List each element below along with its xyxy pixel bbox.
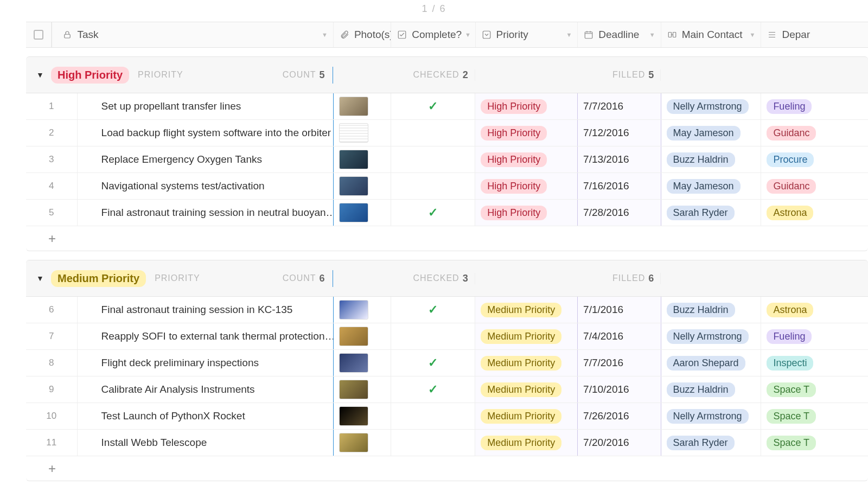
group-toggle[interactable]: ▼ xyxy=(29,274,51,283)
photo-cell[interactable] xyxy=(334,146,391,173)
contact-cell[interactable]: Sarah Ryder xyxy=(661,200,762,226)
department-cell[interactable]: Procure xyxy=(761,146,868,173)
priority-cell[interactable]: Medium Priority xyxy=(475,403,578,429)
photo-cell[interactable] xyxy=(334,200,391,226)
contact-cell[interactable]: Nelly Armstrong xyxy=(661,323,762,349)
photo-cell[interactable] xyxy=(334,323,391,349)
header-department[interactable]: Depar xyxy=(761,22,868,47)
priority-cell[interactable]: High Priority xyxy=(475,200,578,226)
department-cell[interactable]: Space T xyxy=(761,376,868,403)
photo-cell[interactable] xyxy=(334,350,391,376)
task-cell[interactable]: Final astronaut training session in neut… xyxy=(78,200,334,226)
task-cell[interactable]: Calibrate Air Analysis Instruments xyxy=(78,376,334,403)
contact-cell[interactable]: Buzz Haldrin xyxy=(661,146,762,173)
deadline-cell[interactable]: 7/4/2016 xyxy=(578,323,661,349)
add-row-button[interactable]: + xyxy=(26,226,868,251)
complete-cell[interactable] xyxy=(391,403,475,429)
department-cell[interactable]: Fueling xyxy=(761,93,868,119)
deadline-cell[interactable]: 7/26/2016 xyxy=(578,403,661,429)
task-cell[interactable]: Navigational systems test/activation xyxy=(78,173,334,199)
complete-cell[interactable]: ✓ xyxy=(391,93,475,119)
contact-cell[interactable]: Aaron Shepard xyxy=(661,350,762,376)
task-cell[interactable]: Install Webb Telescope xyxy=(78,430,334,456)
department-cell[interactable]: Astrona xyxy=(761,297,868,323)
deadline-cell[interactable]: 7/7/2016 xyxy=(578,350,661,376)
header-complete[interactable]: Complete? ▼ xyxy=(391,22,475,47)
complete-cell[interactable] xyxy=(391,173,475,199)
group-toggle[interactable]: ▼ xyxy=(29,71,51,79)
priority-cell[interactable]: High Priority xyxy=(475,173,578,199)
priority-cell[interactable]: Medium Priority xyxy=(475,350,578,376)
department-cell[interactable]: Guidanc xyxy=(761,120,868,146)
header-priority[interactable]: Priority ▼ xyxy=(476,22,578,47)
deadline-cell[interactable]: 7/1/2016 xyxy=(578,297,661,323)
photo-cell[interactable] xyxy=(334,120,391,146)
complete-cell[interactable] xyxy=(391,120,475,146)
priority-cell[interactable]: Medium Priority xyxy=(475,323,578,349)
priority-cell[interactable]: High Priority xyxy=(475,93,578,119)
deadline-cell[interactable]: 7/7/2016 xyxy=(578,93,661,119)
contact-cell[interactable]: Nelly Armstrong xyxy=(661,93,762,119)
complete-cell[interactable]: ✓ xyxy=(391,297,475,323)
task-cell[interactable]: Reapply SOFI to external tank thermal pr… xyxy=(78,323,334,349)
complete-cell[interactable]: ✓ xyxy=(391,200,475,226)
deadline-cell[interactable]: 7/16/2016 xyxy=(578,173,661,199)
task-cell[interactable]: Replace Emergency Oxygen Tanks xyxy=(78,146,334,173)
deadline-cell[interactable]: 7/13/2016 xyxy=(578,146,661,173)
task-cell[interactable]: Load backup flight system software into … xyxy=(78,120,334,146)
department-cell[interactable]: Space T xyxy=(761,403,868,429)
header-contact[interactable]: Main Contact ▼ xyxy=(661,22,762,47)
task-cell[interactable]: Test Launch of PythonX Rocket xyxy=(78,403,334,429)
add-row-button[interactable]: + xyxy=(26,456,868,481)
complete-cell[interactable]: ✓ xyxy=(391,350,475,376)
complete-cell[interactable]: ✓ xyxy=(391,376,475,403)
photo-cell[interactable] xyxy=(334,430,391,456)
priority-cell[interactable]: Medium Priority xyxy=(475,376,578,403)
task-cell[interactable]: Final astronaut training session in KC-1… xyxy=(78,297,334,323)
table-row[interactable]: 5Final astronaut training session in neu… xyxy=(26,200,868,226)
department-cell[interactable]: Fueling xyxy=(761,323,868,349)
deadline-cell[interactable]: 7/10/2016 xyxy=(578,376,661,403)
table-row[interactable]: 4Navigational systems test/activationHig… xyxy=(26,173,868,200)
task-cell[interactable]: Set up propellant transfer lines xyxy=(78,93,334,119)
photo-cell[interactable] xyxy=(334,376,391,403)
priority-cell[interactable]: High Priority xyxy=(475,120,578,146)
table-row[interactable]: 9Calibrate Air Analysis Instruments✓Medi… xyxy=(26,376,868,403)
department-cell[interactable]: Space T xyxy=(761,430,868,456)
deadline-cell[interactable]: 7/28/2016 xyxy=(578,200,661,226)
contact-cell[interactable]: Nelly Armstrong xyxy=(661,403,762,429)
photo-cell[interactable] xyxy=(334,173,391,199)
task-cell[interactable]: Flight deck preliminary inspections xyxy=(78,350,334,376)
table-row[interactable]: 10Test Launch of PythonX RocketMedium Pr… xyxy=(26,403,868,430)
header-deadline[interactable]: Deadline ▼ xyxy=(578,22,661,47)
table-row[interactable]: 3Replace Emergency Oxygen TanksHigh Prio… xyxy=(26,146,868,173)
contact-cell[interactable]: May Jameson xyxy=(661,173,762,199)
contact-cell[interactable]: May Jameson xyxy=(661,120,762,146)
header-task[interactable]: Task ▼ xyxy=(52,22,333,47)
table-row[interactable]: 6Final astronaut training session in KC-… xyxy=(26,297,868,323)
priority-cell[interactable]: High Priority xyxy=(475,146,578,173)
table-row[interactable]: 2Load backup flight system software into… xyxy=(26,120,868,146)
complete-cell[interactable] xyxy=(391,430,475,456)
header-select-all[interactable] xyxy=(26,22,52,47)
department-cell[interactable]: Inspecti xyxy=(761,350,868,376)
table-row[interactable]: 7Reapply SOFI to external tank thermal p… xyxy=(26,323,868,350)
deadline-cell[interactable]: 7/12/2016 xyxy=(578,120,661,146)
complete-cell[interactable] xyxy=(391,146,475,173)
deadline-cell[interactable]: 7/20/2016 xyxy=(578,430,661,456)
priority-cell[interactable]: Medium Priority xyxy=(475,430,578,456)
department-cell[interactable]: Astrona xyxy=(761,200,868,226)
contact-cell[interactable]: Sarah Ryder xyxy=(661,430,762,456)
department-cell[interactable]: Guidanc xyxy=(761,173,868,199)
photo-cell[interactable] xyxy=(334,93,391,119)
photo-cell[interactable] xyxy=(334,297,391,323)
priority-cell[interactable]: Medium Priority xyxy=(475,297,578,323)
contact-cell[interactable]: Buzz Haldrin xyxy=(661,297,762,323)
photo-cell[interactable] xyxy=(334,403,391,429)
contact-cell[interactable]: Buzz Haldrin xyxy=(661,376,762,403)
table-row[interactable]: 11Install Webb TelescopeMedium Priority7… xyxy=(26,430,868,456)
complete-cell[interactable] xyxy=(391,323,475,349)
header-photo[interactable]: Photo(s) ▼ xyxy=(334,22,391,47)
table-row[interactable]: 1Set up propellant transfer lines✓High P… xyxy=(26,93,868,120)
table-row[interactable]: 8Flight deck preliminary inspections✓Med… xyxy=(26,350,868,376)
